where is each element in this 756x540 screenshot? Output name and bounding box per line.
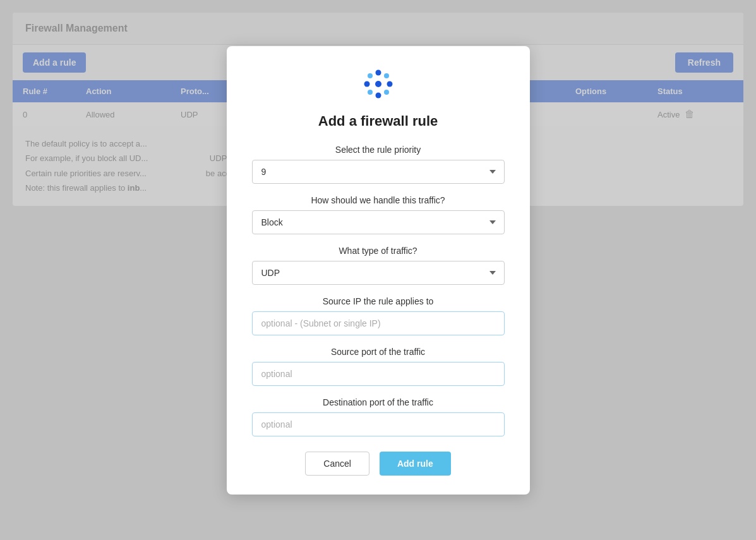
svg-point-1 [375, 69, 381, 75]
source-ip-input[interactable] [252, 311, 505, 335]
traffic-handling-group: How should we handle this traffic? Block… [252, 195, 505, 234]
modal-title: Add a firewall rule [252, 113, 505, 129]
traffic-type-select-wrapper: UDP TCP ICMP All [252, 261, 505, 285]
modal-overlay: Add a firewall rule Select the rule prio… [0, 0, 756, 540]
source-ip-group: Source IP the rule applies to [252, 296, 505, 335]
svg-point-4 [387, 81, 392, 87]
dest-port-group: Destination port of the traffic [252, 397, 505, 436]
svg-point-6 [384, 73, 389, 78]
source-port-label: Source port of the traffic [252, 347, 505, 357]
modal-footer: Cancel Add rule [252, 452, 505, 476]
traffic-type-label: What type of traffic? [252, 246, 505, 256]
priority-label: Select the rule priority [252, 145, 505, 155]
traffic-handling-select-wrapper: Block Allow [252, 210, 505, 234]
priority-select[interactable]: 9 1 2 3 [252, 160, 505, 184]
priority-select-wrapper: 9 1 2 3 [252, 160, 505, 184]
dest-port-input[interactable] [252, 412, 505, 436]
svg-point-8 [384, 90, 389, 95]
svg-point-2 [375, 92, 381, 98]
traffic-handling-label: How should we handle this traffic? [252, 195, 505, 205]
traffic-type-select[interactable]: UDP TCP ICMP All [252, 261, 505, 285]
svg-point-7 [368, 90, 373, 95]
add-rule-modal-button[interactable]: Add rule [380, 452, 451, 476]
modal-logo [252, 65, 505, 103]
traffic-handling-select[interactable]: Block Allow [252, 210, 505, 234]
cancel-button[interactable]: Cancel [305, 452, 369, 476]
svg-point-0 [375, 81, 381, 87]
dest-port-label: Destination port of the traffic [252, 397, 505, 407]
svg-point-5 [368, 73, 373, 78]
source-port-group: Source port of the traffic [252, 347, 505, 386]
traffic-type-group: What type of traffic? UDP TCP ICMP All [252, 246, 505, 285]
svg-point-3 [364, 81, 369, 87]
app-logo-icon [359, 65, 397, 103]
priority-group: Select the rule priority 9 1 2 3 [252, 145, 505, 184]
source-port-input[interactable] [252, 362, 505, 386]
source-ip-label: Source IP the rule applies to [252, 296, 505, 306]
add-firewall-rule-modal: Add a firewall rule Select the rule prio… [227, 46, 530, 495]
